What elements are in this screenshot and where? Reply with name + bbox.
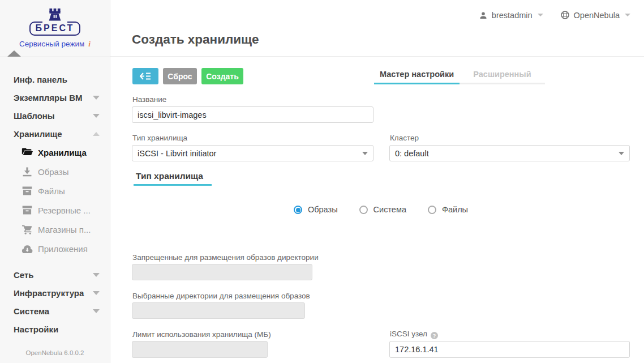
storage-type-select[interactable]: iSCSI - Libvirt initiator xyxy=(132,145,373,161)
restricted-dirs-input[interactable] xyxy=(132,264,312,280)
user-icon xyxy=(479,11,488,20)
wizard-tabs: Мастер настройки Расширенный xyxy=(374,66,545,84)
chevron-down-icon xyxy=(93,96,100,100)
datastore-type-radio-group: Образы Система Файлы xyxy=(132,205,630,214)
chevron-down-icon xyxy=(619,152,624,155)
sidebar-item-datastores[interactable]: Хранилища xyxy=(0,143,110,162)
folder-open-icon xyxy=(22,147,33,157)
radio-system[interactable]: Система xyxy=(359,205,406,214)
globe-icon xyxy=(560,10,570,20)
sidebar-item-apps[interactable]: Приложения xyxy=(0,239,110,258)
zone-name: OpenNebula xyxy=(574,11,620,20)
sidebar-menu: Инф. панель Экземпляры ВМ Шаблоны Хранил… xyxy=(0,70,110,338)
chevron-down-icon xyxy=(93,273,100,277)
chevron-down-icon xyxy=(93,114,100,118)
header-controls: brestadmin OpenNebula xyxy=(479,10,630,20)
name-input[interactable] xyxy=(132,106,373,123)
back-to-list-button[interactable] xyxy=(132,68,158,84)
section-title: Тип хранилища xyxy=(136,171,203,181)
user-name: brestadmin xyxy=(492,11,533,20)
safe-dirs-label: Выбранные директории для размещения обра… xyxy=(132,292,310,300)
name-label: Название xyxy=(132,95,166,104)
topbar: brestadmin OpenNebula Создать хранилище xyxy=(110,0,644,57)
download-icon xyxy=(22,166,33,177)
limit-input[interactable] xyxy=(132,341,268,358)
back-list-icon xyxy=(139,72,152,80)
tab-wizard[interactable]: Мастер настройки xyxy=(374,66,460,84)
castle-icon xyxy=(42,8,67,24)
sidebar-divider xyxy=(0,57,110,57)
sidebar-item-network[interactable]: Сеть xyxy=(0,266,110,284)
storage-type-value: iSCSI - Libvirt initiator xyxy=(138,149,216,158)
sidebar-item-marketplaces[interactable]: Магазины п... xyxy=(0,220,110,239)
user-menu[interactable]: brestadmin xyxy=(479,11,543,20)
archive-icon xyxy=(22,186,33,196)
page-title: Создать хранилище xyxy=(132,32,259,47)
help-icon[interactable]: ? xyxy=(431,332,438,339)
cluster-label: Кластер xyxy=(390,134,419,142)
safe-dirs-input[interactable] xyxy=(132,302,305,319)
chevron-down-icon xyxy=(625,14,630,16)
sidebar-item-vm-instances[interactable]: Экземпляры ВМ xyxy=(0,88,110,106)
section-underline xyxy=(134,184,212,186)
radio-images[interactable]: Образы xyxy=(294,205,338,214)
zone-menu[interactable]: OpenNebula xyxy=(560,10,630,20)
sidebar-item-settings[interactable]: Настройки xyxy=(0,320,110,338)
archive-icon xyxy=(22,205,33,215)
storage-type-label: Тип хранилища xyxy=(132,134,187,142)
sidebar-item-system[interactable]: Система xyxy=(0,302,110,320)
chevron-up-icon xyxy=(93,132,100,136)
version-label: OpenNebula 6.0.0.2 xyxy=(0,349,110,356)
radio-icon xyxy=(359,206,368,214)
cart-icon xyxy=(22,224,33,234)
brand-logo: БРЕСТ Сервисный режимi xyxy=(0,0,110,49)
limit-label: Лимит использования хранилища (МБ) xyxy=(132,330,271,339)
chevron-down-icon xyxy=(93,309,100,313)
sidebar-collapse-arrow-icon[interactable] xyxy=(7,50,21,57)
sidebar-item-templates[interactable]: Шаблоны xyxy=(0,106,110,125)
chevron-down-icon xyxy=(538,14,543,16)
sidebar-item-storage[interactable]: Хранилище xyxy=(0,125,110,143)
chevron-down-icon xyxy=(362,152,368,155)
cloud-download-icon xyxy=(22,244,33,254)
app-window: БРЕСТ Сервисный режимi Инф. панель Экзем… xyxy=(0,0,644,363)
reset-button[interactable]: Сброс xyxy=(163,68,197,84)
radio-files[interactable]: Файлы xyxy=(428,205,468,214)
restricted-dirs-label: Запрещенные для размещения образов дирек… xyxy=(132,253,319,262)
sidebar-item-images[interactable]: Образы xyxy=(0,162,110,181)
cluster-select[interactable]: 0: default xyxy=(389,145,630,161)
tab-advanced[interactable]: Расширенный xyxy=(460,66,545,84)
sidebar: БРЕСТ Сервисный режимi Инф. панель Экзем… xyxy=(0,0,110,363)
iscsi-host-input[interactable] xyxy=(389,341,630,358)
chevron-down-icon xyxy=(93,291,100,295)
create-button[interactable]: Создать xyxy=(201,68,243,84)
radio-icon xyxy=(294,206,302,214)
sidebar-item-infrastructure[interactable]: Инфраструктура xyxy=(0,284,110,302)
service-mode-label: Сервисный режимi xyxy=(0,40,110,49)
sidebar-item-dashboard[interactable]: Инф. панель xyxy=(0,70,110,88)
iscsi-host-label: iSCSI узел? xyxy=(390,330,438,339)
radio-icon xyxy=(428,206,436,214)
sidebar-item-files[interactable]: Файлы xyxy=(0,181,110,200)
cluster-value: 0: default xyxy=(395,149,429,158)
sidebar-item-backups[interactable]: Резервные ... xyxy=(0,200,110,220)
info-icon[interactable]: i xyxy=(88,40,91,48)
